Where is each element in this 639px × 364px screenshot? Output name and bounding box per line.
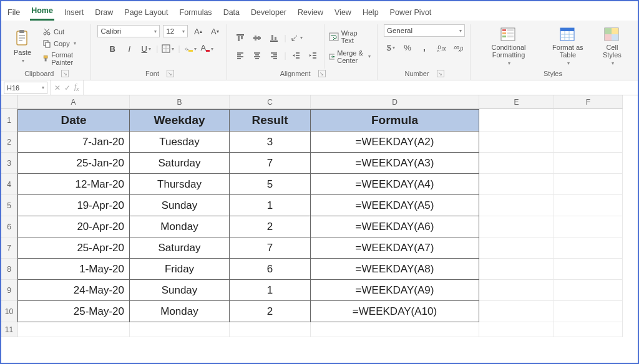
cell[interactable] — [554, 259, 623, 280]
cell[interactable]: 6 — [230, 259, 311, 280]
cell[interactable] — [554, 109, 623, 132]
cell[interactable] — [554, 195, 623, 216]
formula-input[interactable] — [84, 82, 638, 94]
row-header[interactable]: 4 — [1, 174, 17, 195]
cell[interactable] — [130, 322, 230, 337]
tab-data[interactable]: Data — [222, 6, 241, 21]
column-header[interactable]: A — [17, 95, 130, 109]
cell[interactable]: 3 — [230, 132, 311, 153]
increase-font-button[interactable]: A▴ — [191, 24, 205, 38]
paste-button[interactable]: Paste ▾ — [7, 27, 37, 66]
cell[interactable] — [479, 237, 554, 259]
row-header[interactable]: 3 — [1, 153, 17, 174]
enter-formula-button[interactable]: ✓ — [64, 84, 71, 92]
column-header[interactable]: D — [311, 95, 479, 109]
align-bottom-button[interactable] — [267, 31, 281, 45]
tab-home[interactable]: Home — [30, 4, 54, 21]
align-right-button[interactable] — [267, 49, 281, 62]
header-cell[interactable]: Weekday — [130, 109, 230, 132]
cell[interactable]: =WEEKDAY(A2) — [311, 132, 479, 153]
increase-indent-button[interactable] — [306, 49, 320, 62]
bold-button[interactable]: B — [105, 42, 119, 55]
column-header[interactable]: E — [479, 95, 554, 109]
row-header[interactable]: 5 — [1, 195, 17, 216]
cell[interactable] — [479, 153, 554, 174]
cell[interactable]: 25-Jan-20 — [17, 153, 130, 174]
dialog-launcher-icon[interactable]: ↘ — [437, 70, 444, 77]
cell[interactable]: =WEEKDAY(A4) — [311, 174, 479, 195]
cell[interactable] — [479, 109, 554, 132]
cell[interactable] — [554, 322, 623, 337]
cell[interactable]: 2 — [230, 301, 311, 322]
header-cell[interactable]: Result — [230, 109, 311, 132]
cell[interactable]: 7-Jan-20 — [17, 132, 130, 153]
cell[interactable]: Thursday — [130, 174, 230, 195]
cell[interactable]: 1-May-20 — [17, 259, 130, 280]
decrease-font-button[interactable]: A▾ — [208, 24, 222, 38]
percent-format-button[interactable]: % — [401, 41, 414, 54]
wrap-text-button[interactable]: Wrap Text — [328, 29, 372, 45]
dialog-launcher-icon[interactable]: ↘ — [318, 70, 326, 77]
tab-review[interactable]: Review — [296, 6, 324, 21]
tab-formulas[interactable]: Formulas — [178, 6, 213, 21]
cell[interactable]: =WEEKDAY(A9) — [311, 280, 479, 301]
cell[interactable] — [17, 322, 130, 337]
row-header[interactable]: 9 — [1, 280, 17, 301]
cell[interactable] — [479, 259, 554, 280]
cell-styles-button[interactable]: Cell Styles▾ — [595, 24, 629, 68]
increase-decimal-button[interactable]: .0.00 — [434, 41, 448, 54]
name-box[interactable]: H16▾ — [4, 82, 47, 94]
decrease-decimal-button[interactable]: .00.0 — [451, 41, 465, 54]
row-header[interactable]: 2 — [1, 132, 17, 153]
cell[interactable]: =WEEKDAY(A10) — [311, 301, 479, 322]
row-header[interactable]: 10 — [1, 301, 17, 322]
cell[interactable]: 2 — [230, 216, 311, 237]
tab-insert[interactable]: Insert — [63, 6, 85, 21]
tab-page-layout[interactable]: Page Layout — [123, 6, 169, 21]
cell[interactable] — [311, 322, 479, 337]
row-header[interactable]: 7 — [1, 237, 17, 259]
cell[interactable]: Sunday — [130, 280, 230, 301]
format-as-table-button[interactable]: Format as Table▾ — [544, 24, 592, 68]
cell[interactable] — [554, 280, 623, 301]
cell[interactable]: =WEEKDAY(A8) — [311, 259, 479, 280]
cell[interactable] — [230, 322, 311, 337]
cell[interactable]: Friday — [130, 259, 230, 280]
cell[interactable] — [554, 174, 623, 195]
row-header[interactable]: 6 — [1, 216, 17, 237]
tab-view[interactable]: View — [333, 6, 353, 21]
italic-button[interactable]: I — [122, 42, 136, 55]
dialog-launcher-icon[interactable]: ↘ — [61, 70, 69, 77]
dialog-launcher-icon[interactable]: ↘ — [167, 70, 174, 77]
cell[interactable]: =WEEKDAY(A5) — [311, 195, 479, 216]
column-header[interactable]: B — [130, 95, 230, 109]
tab-developer[interactable]: Developer — [250, 6, 288, 21]
cell[interactable] — [479, 132, 554, 153]
cell[interactable]: 24-May-20 — [17, 280, 130, 301]
cell[interactable] — [554, 153, 623, 174]
cell[interactable]: 19-Apr-20 — [17, 195, 130, 216]
cell[interactable]: Tuesday — [130, 132, 230, 153]
tab-draw[interactable]: Draw — [94, 6, 114, 21]
align-left-button[interactable] — [233, 49, 247, 62]
decrease-indent-button[interactable] — [290, 49, 303, 62]
tab-power-pivot[interactable]: Power Pivot — [389, 6, 433, 21]
cell[interactable]: 5 — [230, 174, 311, 195]
insert-function-button[interactable]: fx — [74, 82, 79, 92]
column-header[interactable]: C — [230, 95, 311, 109]
cell[interactable]: 1 — [230, 280, 311, 301]
cell[interactable] — [554, 132, 623, 153]
conditional-formatting-button[interactable]: Conditional Formatting▾ — [477, 24, 540, 68]
cell[interactable]: =WEEKDAY(A7) — [311, 237, 479, 259]
orientation-button[interactable]: ▾ — [290, 31, 303, 45]
cell[interactable]: 7 — [230, 153, 311, 174]
cell[interactable] — [554, 301, 623, 322]
format-painter-button[interactable]: Format Painter — [41, 50, 85, 67]
header-cell[interactable]: Formula — [311, 109, 479, 132]
cell[interactable]: 20-Apr-20 — [17, 216, 130, 237]
cell[interactable]: Saturday — [130, 237, 230, 259]
row-header[interactable]: 1 — [1, 109, 17, 132]
cell[interactable] — [479, 174, 554, 195]
cell[interactable]: Monday — [130, 216, 230, 237]
cell[interactable]: 7 — [230, 237, 311, 259]
